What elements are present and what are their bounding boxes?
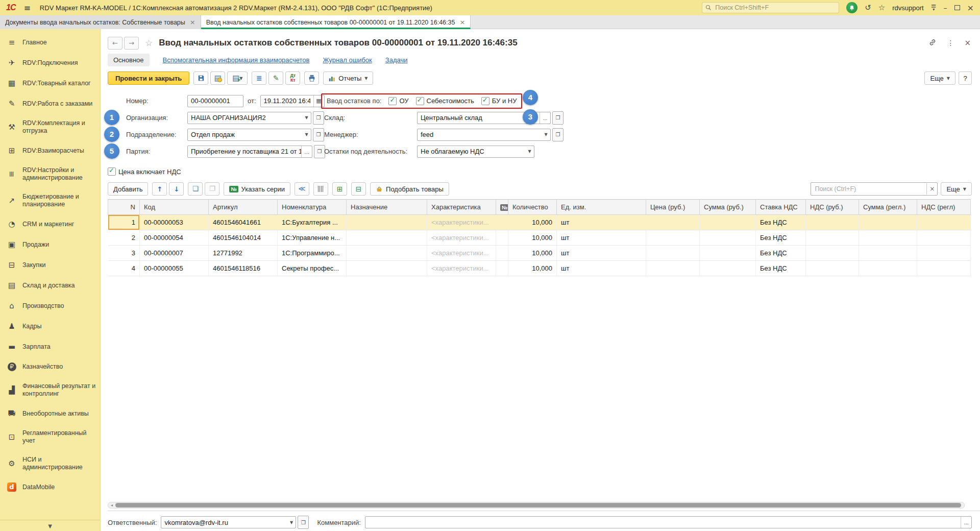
sidebar-item-11[interactable]: ⊟Закупки [0,255,100,275]
scrollbar-thumb[interactable] [115,503,961,508]
comment-ellipsis-icon[interactable]: ... [961,517,971,528]
cell-price[interactable] [646,261,700,276]
cell-sum_regl[interactable] [859,215,917,230]
notifications-bell-icon[interactable] [846,2,857,13]
column-header-sum[interactable]: Сумма (руб.) [700,200,756,215]
table-row[interactable]: 200-0000005446015461040141С:Управление н… [108,230,971,246]
cell-vat_sum[interactable] [806,215,859,230]
more-vert-icon[interactable]: ⋮ [947,39,954,47]
column-header-unit[interactable]: Ед. изм. [557,200,646,215]
column-header-vat_regl[interactable]: НДС (регл) [917,200,971,215]
cell-sum[interactable] [700,215,756,230]
open-warehouse-icon[interactable]: ❐ [552,111,564,125]
table-add-button[interactable]: ⊟ [351,182,366,196]
column-header-vat_rate[interactable]: Ставка НДС [756,200,806,215]
cell-vat_sum[interactable] [806,261,859,276]
barcode-search-button[interactable] [313,182,328,196]
move-up-button[interactable]: ↑ [152,182,167,196]
edit-timer-button[interactable]: ✎ [268,71,283,85]
tab-1[interactable]: Документы ввода начальных остатков: Собс… [0,15,201,29]
date-input[interactable] [261,97,313,105]
open-organization-icon[interactable]: ❐ [313,111,324,125]
cell-num[interactable] [496,261,508,276]
column-header-name[interactable]: Номенклатура [278,200,347,215]
comment-input[interactable] [365,519,961,526]
cell-purpose[interactable] [347,230,427,246]
nav-link-aux-info[interactable]: Вспомогательная информация взаиморасчето… [163,56,310,64]
cell-vat_regl[interactable] [917,230,971,246]
print-button[interactable] [304,71,319,85]
sidebar-item-18[interactable]: ⛟Внеоборотные активы [0,403,100,424]
split-button[interactable]: ≪ [295,182,309,196]
cell-name[interactable]: 1С:Программиро... [278,246,347,261]
move-down-button[interactable]: ↓ [169,182,184,196]
cell-num[interactable] [496,230,508,246]
dropdown-icon[interactable]: ▼ [302,115,311,120]
global-search[interactable] [702,2,839,13]
grid-search-input[interactable] [811,185,926,192]
cell-qty[interactable]: 10,000 [508,230,557,246]
cell-unit[interactable]: шт [557,215,646,230]
cell-vat_rate[interactable]: Без НДС [756,215,806,230]
cell-vat_regl[interactable] [917,215,971,230]
reports-button[interactable]: Отчеты▼ [323,71,373,85]
department-field[interactable]: Отдел продаж▼ [187,129,311,141]
set-series-button[interactable]: №Указать серии [224,182,290,196]
cell-price[interactable] [646,215,700,230]
sidebar-item-4[interactable]: ✎RDV:Работа с заказами [0,93,100,114]
sidebar-item-20[interactable]: ⚙НСИ и администрирование [0,450,100,477]
save-button[interactable] [193,71,208,85]
sidebar-item-15[interactable]: ▬Зарплата [0,336,100,357]
grid-more-button[interactable]: Еще▼ [941,182,972,196]
service-menu-icon[interactable]: ≡▾ [931,4,937,11]
cell-characteristic[interactable]: <характеристики... [427,246,496,261]
post-and-close-button[interactable]: Провести и закрыть [108,71,189,85]
cell-unit[interactable]: шт [557,261,646,276]
cell-vat_sum[interactable] [806,246,859,261]
cell-vat_rate[interactable]: Без НДС [756,246,806,261]
clear-search-icon[interactable]: × [926,183,937,195]
forward-button[interactable]: → [124,37,139,50]
cell-n[interactable]: 2 [108,230,140,246]
tab-2[interactable]: Ввод начальных остатков собственных това… [201,15,471,29]
sidebar-item-10[interactable]: ▣Продажи [0,234,100,255]
cell-purpose[interactable] [347,261,427,276]
nav-link-error-log[interactable]: Журнал ошибок [323,56,372,64]
sidebar-item-3[interactable]: ▦RDV:Товарный каталог [0,73,100,93]
dropdown-icon[interactable]: ▼ [302,132,311,137]
column-header-n[interactable]: N [108,200,140,215]
column-header-characteristic[interactable]: Характеристика [427,200,496,215]
close-window-icon[interactable]: × [967,3,974,13]
cell-num[interactable] [496,246,508,261]
sidebar-item-2[interactable]: ✈RDV:Подключения [0,53,100,73]
sidebar-item-19[interactable]: ⊡Регламентированный учет [0,424,100,450]
cell-price[interactable] [646,246,700,261]
checkbox-cost[interactable]: Себестоимость [416,97,474,105]
tab-close-icon[interactable]: × [459,18,465,26]
column-header-num[interactable]: № [496,200,508,215]
cell-vat_rate[interactable]: Без НДС [756,261,806,276]
dropdown-icon[interactable]: ▼ [525,149,534,154]
create-based-on-button[interactable]: ▤▸▼ [227,71,248,85]
tab-close-icon[interactable]: × [190,18,195,26]
cell-qty[interactable]: 10,000 [508,261,557,276]
cell-n[interactable]: 3 [108,246,140,261]
column-header-price[interactable]: Цена (руб.) [646,200,700,215]
cell-article[interactable]: 4601546104014 [209,230,278,246]
dt-kt-button[interactable]: ДтКт [285,71,300,85]
cell-name[interactable]: 1С:Управление н... [278,230,347,246]
sidebar-item-7[interactable]: ≡RDV:Настройки и администрирование [0,161,100,187]
checkbox-bu-nu[interactable]: БУ и НУ [481,97,517,105]
cell-qty[interactable]: 10,000 [508,215,557,230]
open-responsible-icon[interactable]: ❐ [298,516,309,529]
cell-characteristic[interactable]: <характеристики... [427,215,496,230]
cell-code[interactable]: 00-00000055 [140,261,209,276]
cell-article[interactable]: 12771992 [209,246,278,261]
cell-name[interactable]: 1С:Бухгалтерия ... [278,215,347,230]
global-search-input[interactable] [714,4,836,12]
nav-link-tasks[interactable]: Задачи [385,56,408,64]
cell-unit[interactable]: шт [557,230,646,246]
scroll-left-icon[interactable]: ◂ [108,503,115,508]
link-icon[interactable] [928,38,937,48]
cell-code[interactable]: 00-00000007 [140,246,209,261]
